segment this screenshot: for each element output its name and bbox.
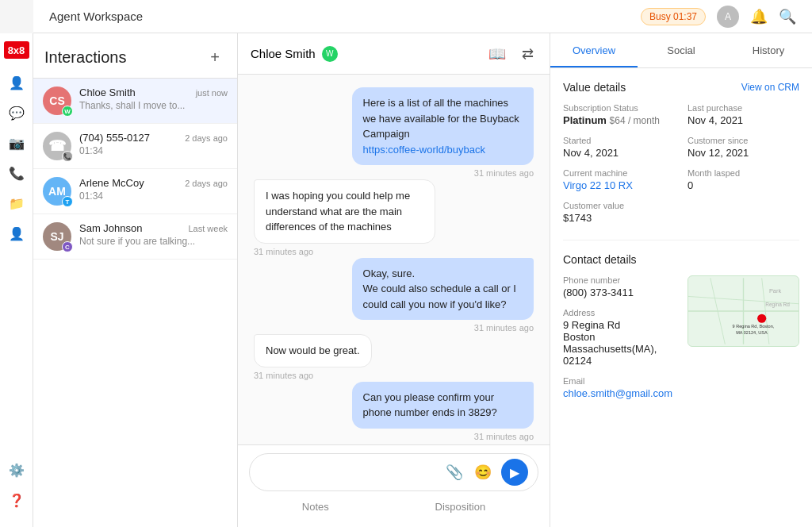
chat-input-row: 📎 😊 ▶ xyxy=(249,453,538,491)
channel-badge-wa: W xyxy=(62,106,73,117)
contact-item-arlene[interactable]: AM T Arlene McCoy 2 days ago 01:34 xyxy=(33,169,237,214)
icon-sidebar: 8x8 👤 💬 📷 📞 📁 👤 ⚙️ ❓ xyxy=(0,33,33,527)
nav-icon-phone[interactable]: 📞 xyxy=(4,160,29,186)
message-row-5: Can you please confirm your phone number… xyxy=(254,382,534,441)
contact-name-sam: Sam Johnson xyxy=(79,222,143,234)
tab-social[interactable]: Social xyxy=(638,33,725,67)
contact-item-sam[interactable]: SJ C Sam Johnson Last week Not sure if y… xyxy=(33,214,237,260)
bottom-icons: ⚙️ ❓ xyxy=(4,457,29,527)
tab-overview[interactable]: Overview xyxy=(550,33,638,67)
top-bar-title: Agent Workspace xyxy=(49,10,641,23)
started-value: Nov 4, 2021 xyxy=(563,147,675,159)
contact-preview-arlene: 01:34 xyxy=(79,190,228,202)
channel-badge-phone: 📞 xyxy=(62,151,73,162)
value-details-grid: Subscription Status Platinum $64 / month… xyxy=(563,103,799,224)
customer-value-item: Customer value $1743 xyxy=(563,201,675,224)
contact-info-chloe: Chloe Smith just now Thanks, shall I mov… xyxy=(79,87,228,111)
view-crm-link[interactable]: View on CRM xyxy=(741,82,799,93)
transfer-icon[interactable]: ⇄ xyxy=(519,42,537,66)
last-purchase-value: Nov 4, 2021 xyxy=(688,114,799,126)
contact-details-section: Contact details Phone number (800) 373-3… xyxy=(563,253,799,399)
message-link-1[interactable]: https:coffee-world/buyback xyxy=(363,144,485,156)
attachment-icon[interactable]: 📎 xyxy=(444,462,465,483)
message-bubble-5: Can you please confirm your phone number… xyxy=(352,382,534,429)
contact-item-chloe[interactable]: CS W Chloe Smith just now Thanks, shall … xyxy=(33,79,237,124)
nav-icon-interactions[interactable]: 👤 xyxy=(4,70,29,95)
avatar-chloe: CS W xyxy=(43,87,71,115)
svg-text:Regina Rd: Regina Rd xyxy=(765,302,790,308)
nav-icon-video[interactable]: 📷 xyxy=(4,130,29,156)
address-line2: Boston xyxy=(563,331,595,343)
current-machine-label: Current machine xyxy=(563,168,675,178)
interactions-header: Interactions + xyxy=(33,33,237,79)
contact-info-sam: Sam Johnson Last week Not sure if you ar… xyxy=(79,222,228,247)
phone-item: Phone number (800) 373-3411 xyxy=(563,275,675,298)
current-machine-value: Virgo 22 10 RX xyxy=(563,179,675,191)
contact-name-arlene: Arlene McCoy xyxy=(79,177,144,189)
email-item: Email chloe.smith@gmail.com xyxy=(563,376,675,399)
message-time-1: 31 minutes ago xyxy=(474,168,534,178)
nav-icon-chat[interactable]: 💬 xyxy=(4,100,29,125)
address-line1: 9 Regina Rd xyxy=(563,319,620,331)
right-content: Value details View on CRM Subscription S… xyxy=(550,68,812,527)
message-bubble-2: I was hoping you could help me understan… xyxy=(254,179,435,244)
disposition-tab[interactable]: Disposition xyxy=(419,498,502,516)
avatar: A xyxy=(717,6,739,28)
message-bubble-4: Now would be great. xyxy=(254,334,372,367)
message-bubble-3: Okay, sure.We could also schedule a call… xyxy=(352,258,534,321)
interactions-title: Interactions xyxy=(44,48,126,67)
message-time-3: 31 minutes ago xyxy=(474,323,534,333)
address-label: Address xyxy=(563,308,675,317)
top-bar-right: Busy 01:37 A 🔔 🔍 xyxy=(641,6,796,28)
phone-label: Phone number xyxy=(563,275,675,285)
contact-time-chloe: just now xyxy=(196,88,228,98)
contact-time-sam: Last week xyxy=(188,224,228,233)
customer-since-item: Customer since Nov 12, 2021 xyxy=(688,136,799,159)
nav-icon-person[interactable]: 👤 xyxy=(4,221,29,246)
channel-badge-tw: T xyxy=(62,196,73,207)
customer-since-value: Nov 12, 2021 xyxy=(688,147,799,159)
chat-wa-icon: W xyxy=(322,46,338,62)
logo: 8x8 xyxy=(4,41,29,59)
address-item: Address 9 Regina Rd Boston Massachusetts… xyxy=(563,308,675,367)
nav-icon-settings[interactable]: ⚙️ xyxy=(4,457,29,483)
search-icon[interactable]: 🔍 xyxy=(779,8,796,25)
message-row-3: Okay, sure.We could also schedule a call… xyxy=(254,258,534,333)
contact-name-chloe: Chloe Smith xyxy=(79,87,136,98)
subscription-status-item: Subscription Status Platinum $64 / month xyxy=(563,103,675,126)
svg-text:Park: Park xyxy=(769,287,782,294)
channel-badge-chat: C xyxy=(62,241,73,252)
emoji-icon[interactable]: 😊 xyxy=(473,462,493,483)
contact-time-arlene: 2 days ago xyxy=(185,179,228,188)
tab-history[interactable]: History xyxy=(725,33,812,67)
top-bar: Agent Workspace Busy 01:37 A 🔔 🔍 xyxy=(33,0,812,33)
nav-icon-folder[interactable]: 📁 xyxy=(4,190,29,216)
right-panel: Overview Social History Value details Vi… xyxy=(550,33,812,527)
svg-point-8 xyxy=(757,314,766,323)
contact-preview-sam: Not sure if you are talking... xyxy=(79,236,228,247)
messages-area: Here is a list of all the machines we ha… xyxy=(238,75,550,444)
avatar-sam: SJ C xyxy=(43,222,71,251)
chat-header-icons: 📖 ⇄ xyxy=(485,42,537,66)
value-details-title: Value details xyxy=(563,81,626,94)
customer-value-value: $1743 xyxy=(563,212,675,224)
contact-item-phone[interactable]: ☎ 📞 (704) 555-0127 2 days ago 01:34 xyxy=(33,124,237,169)
started-item: Started Nov 4, 2021 xyxy=(563,136,675,159)
chat-bottom-tabs: Notes Disposition xyxy=(249,491,538,519)
contact-details-left: Phone number (800) 373-3411 Address 9 Re… xyxy=(563,275,675,399)
divider xyxy=(563,240,799,240)
message-row-4: Now would be great. 31 minutes ago xyxy=(254,334,534,380)
add-interaction-button[interactable]: + xyxy=(204,46,226,68)
bell-icon[interactable]: 🔔 xyxy=(750,8,768,25)
map-container: Park Regina Rd 9 Regina Rd, Boston, MA 0… xyxy=(688,275,799,399)
right-tabs: Overview Social History xyxy=(550,33,812,68)
nav-icon-help[interactable]: ❓ xyxy=(4,487,29,513)
contact-name-phone: (704) 555-0127 xyxy=(79,132,150,144)
send-button[interactable]: ▶ xyxy=(501,459,528,486)
month-lapsed-item: Month lasped 0 xyxy=(688,168,799,191)
message-bubble-1: Here is a list of all the machines we ha… xyxy=(352,87,534,165)
chat-input[interactable] xyxy=(259,467,436,479)
notes-tab[interactable]: Notes xyxy=(286,498,345,516)
last-purchase-label: Last purchase xyxy=(688,103,799,113)
book-icon[interactable]: 📖 xyxy=(485,42,509,66)
